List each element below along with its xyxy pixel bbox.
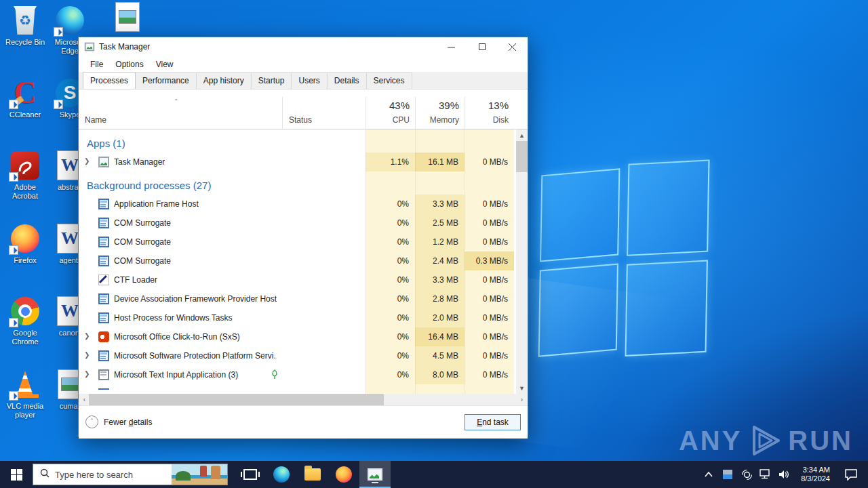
process-name: Host Process for Windows Tasks	[114, 313, 233, 323]
process-row[interactable]: COM Surrogate0%2.5 MB0 MB/s	[79, 214, 517, 232]
desktop-icon-adobe-acrobat[interactable]: Adobe Acrobat	[1, 150, 50, 201]
hidden-icons-chevron[interactable]	[701, 461, 717, 488]
menu-file[interactable]: File	[84, 58, 109, 70]
process-row[interactable]: ❯Microsoft Software Protection Platform …	[79, 346, 517, 365]
volume-icon[interactable]	[776, 461, 793, 488]
column-disk[interactable]: 13% Disk	[465, 97, 514, 129]
process-row[interactable]: ❯Microsoft Office Click-to-Run (SxS)0%16…	[79, 327, 517, 346]
tab-services[interactable]: Services	[366, 73, 412, 89]
tab-users[interactable]: Users	[291, 73, 327, 89]
scroll-down-icon[interactable]: ▼	[516, 382, 528, 394]
cpu-value: 0%	[366, 346, 415, 365]
process-row[interactable]: Device Association Framework Provider Ho…	[79, 289, 517, 308]
process-row[interactable]: COM Surrogate0%2.4 MB0.3 MB/s	[79, 251, 517, 270]
disk-value: 0 MB/s	[465, 346, 514, 365]
taskbar-firefox-button[interactable]	[328, 461, 359, 488]
taskbar-explorer-button[interactable]	[297, 461, 328, 488]
desktop-icon-image-file-top[interactable]	[103, 2, 152, 35]
search-highlight-image[interactable]	[172, 464, 227, 485]
memory-value: 16.4 MB	[415, 327, 465, 346]
column-name[interactable]: ˆ Name	[79, 97, 282, 129]
tab-details[interactable]: Details	[327, 73, 367, 89]
process-row-partial[interactable]	[79, 384, 517, 390]
memory-value: 2.4 MB	[415, 251, 465, 270]
process-icon-frame	[98, 218, 109, 228]
expand-chevron-icon[interactable]: ❯	[84, 157, 90, 165]
scroll-up-icon[interactable]: ▲	[516, 129, 528, 141]
disk-value: 0 MB/s	[465, 195, 514, 214]
desktop-icon-label: VLC media player	[1, 402, 50, 420]
clock-date: 8/3/2024	[801, 474, 830, 483]
horizontal-scroll-thumb[interactable]	[89, 394, 384, 405]
column-cpu[interactable]: 43% CPU	[366, 97, 415, 129]
menu-bar: FileOptionsView	[79, 56, 528, 72]
group-header[interactable]: Background processes (27)	[79, 176, 517, 195]
network-icon[interactable]	[757, 461, 774, 488]
search-box[interactable]: Type here to search	[33, 464, 228, 485]
column-status[interactable]: Status	[282, 97, 366, 129]
action-center-button[interactable]	[838, 461, 864, 488]
tab-strip: ProcessesPerformanceApp historyStartupUs…	[79, 72, 528, 89]
cpu-value: 0%	[366, 365, 415, 384]
vertical-scrollbar[interactable]: ▲ ▼	[516, 129, 528, 394]
desktop-icon-label: Firefox	[1, 256, 50, 265]
memory-value: 2.5 MB	[415, 214, 465, 232]
expand-chevron-icon[interactable]: ❯	[84, 332, 90, 340]
shortcut-arrow-icon	[9, 318, 18, 327]
process-row[interactable]: ❯Microsoft Text Input Application (3)0%8…	[79, 365, 517, 384]
process-row[interactable]: CTF Loader0%3.3 MB0 MB/s	[79, 270, 517, 289]
taskbar-edge-button[interactable]	[266, 461, 297, 488]
scroll-right-icon[interactable]: ›	[516, 394, 528, 405]
cpu-value: 0%	[366, 289, 415, 308]
process-icon-frame	[98, 293, 109, 304]
title-bar[interactable]: Task Manager	[79, 37, 528, 56]
tab-performance[interactable]: Performance	[135, 73, 197, 89]
expand-chevron-icon[interactable]: ❯	[84, 351, 90, 359]
desktop-icon-recycle-bin[interactable]: ♻Recycle Bin	[1, 5, 50, 47]
task-view-button[interactable]	[235, 461, 266, 488]
process-row[interactable]: ❯Task Manager1.1%16.1 MB0 MB/s	[79, 152, 517, 171]
anyrun-watermark: ANY RUN	[679, 423, 853, 458]
desktop-icon-firefox[interactable]: Firefox	[1, 224, 50, 265]
shortcut-arrow-icon	[9, 391, 18, 401]
start-button[interactable]	[0, 461, 33, 488]
firefox-icon	[336, 466, 352, 483]
column-headers: ˆ Name Status 43% CPU 39% Memory 13% Dis…	[79, 97, 528, 129]
desktop-icon-label: Google Chrome	[1, 329, 50, 346]
tab-startup[interactable]: Startup	[251, 73, 292, 89]
tray-app-icon[interactable]	[719, 461, 736, 488]
close-button[interactable]	[497, 37, 528, 56]
desktop-icon-google-chrome[interactable]: Google Chrome	[1, 296, 50, 346]
disk-value: 0 MB/s	[465, 214, 514, 232]
anyrun-play-icon	[747, 423, 783, 458]
minimize-button[interactable]	[436, 37, 467, 56]
memory-value: 16.1 MB	[415, 152, 465, 171]
column-memory[interactable]: 39% Memory	[415, 97, 465, 129]
fewer-details-button[interactable]: ˆ Fewer details	[85, 415, 152, 428]
desktop-icon-vlc-media-player[interactable]: VLC media player	[1, 369, 50, 420]
horizontal-scrollbar[interactable]: ‹ ›	[79, 394, 528, 405]
tab-processes[interactable]: Processes	[83, 72, 136, 89]
edge-icon	[273, 466, 290, 483]
desktop-icon-ccleaner[interactable]: CCCleaner	[1, 78, 50, 119]
taskbar-clock[interactable]: 3:34 AM 8/3/2024	[795, 466, 835, 483]
vertical-scroll-thumb[interactable]	[516, 141, 528, 172]
expand-chevron-icon[interactable]: ❯	[84, 370, 90, 378]
process-row[interactable]: Host Process for Windows Tasks0%2.0 MB0 …	[79, 308, 517, 327]
sort-ascending-icon: ˆ	[175, 98, 178, 106]
taskbar-task-manager-button[interactable]	[359, 461, 391, 488]
group-header[interactable]: Apps (1)	[79, 134, 517, 152]
process-name: Device Association Framework Provider Ho…	[114, 294, 277, 304]
menu-view[interactable]: View	[150, 58, 180, 70]
desktop-icon-label: Adobe Acrobat	[1, 183, 50, 201]
disk-value: 0 MB/s	[465, 270, 514, 289]
process-row[interactable]: Application Frame Host0%3.3 MB0 MB/s	[79, 195, 517, 214]
maximize-button[interactable]	[467, 37, 497, 56]
menu-options[interactable]: Options	[109, 58, 149, 70]
end-task-button[interactable]: End task	[465, 414, 521, 430]
tab-app-history[interactable]: App history	[196, 73, 252, 89]
process-row[interactable]: COM Surrogate0%1.2 MB0 MB/s	[79, 232, 517, 251]
window-title: Task Manager	[99, 42, 436, 52]
process-icon-pen	[98, 274, 109, 285]
tray-sync-icon[interactable]	[738, 461, 755, 488]
